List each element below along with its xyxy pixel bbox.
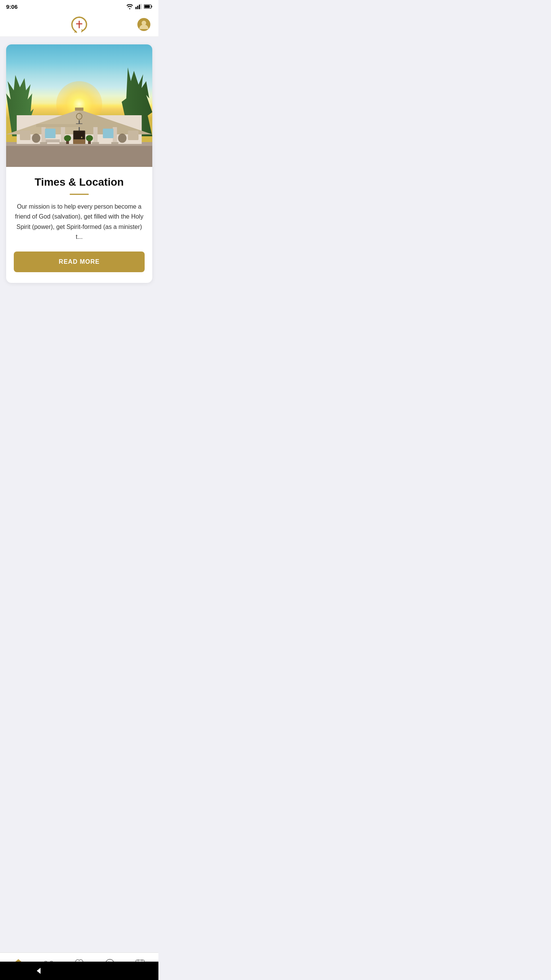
svg-rect-33: [103, 129, 114, 138]
svg-rect-6: [145, 5, 150, 8]
battery-icon: [144, 4, 152, 9]
svg-rect-27: [111, 142, 118, 144]
svg-rect-3: [141, 4, 142, 9]
church-building-svg: [6, 83, 152, 167]
read-more-button[interactable]: READ MORE: [14, 252, 145, 272]
status-icons: [126, 4, 152, 9]
signal-icon: [135, 4, 142, 9]
svg-point-36: [32, 134, 40, 143]
profile-icon: [137, 18, 151, 31]
svg-rect-1: [137, 6, 139, 9]
svg-point-31: [81, 137, 83, 138]
svg-rect-12: [6, 146, 152, 167]
svg-point-39: [64, 135, 71, 141]
svg-rect-5: [152, 6, 152, 8]
logo-svg: [69, 15, 89, 34]
times-location-card: Times & Location Our mission is to help …: [6, 44, 152, 283]
svg-rect-16: [75, 108, 83, 111]
card-content: Times & Location Our mission is to help …: [6, 167, 152, 283]
profile-button[interactable]: [135, 16, 152, 33]
status-bar: 9:06: [0, 0, 158, 12]
wifi-icon: [126, 4, 133, 9]
svg-rect-28: [36, 124, 122, 127]
svg-rect-2: [139, 5, 140, 9]
svg-rect-42: [73, 139, 85, 144]
svg-rect-43: [46, 139, 60, 142]
card-title: Times & Location: [14, 176, 145, 188]
app-logo: [69, 15, 89, 34]
top-navigation: [0, 12, 158, 37]
church-image: [6, 44, 152, 167]
title-divider: [70, 194, 89, 195]
status-time: 9:06: [6, 3, 18, 10]
svg-rect-32: [45, 129, 55, 138]
svg-rect-0: [135, 7, 137, 9]
svg-rect-34: [128, 131, 139, 140]
svg-rect-35: [20, 131, 31, 140]
svg-rect-26: [92, 142, 99, 144]
main-content: Times & Location Our mission is to help …: [0, 37, 158, 343]
card-description: Our mission is to help every person beco…: [14, 202, 145, 242]
svg-rect-22: [93, 125, 98, 144]
svg-rect-25: [59, 142, 66, 144]
svg-rect-21: [61, 125, 65, 144]
svg-point-37: [118, 134, 126, 143]
svg-point-41: [86, 135, 93, 141]
